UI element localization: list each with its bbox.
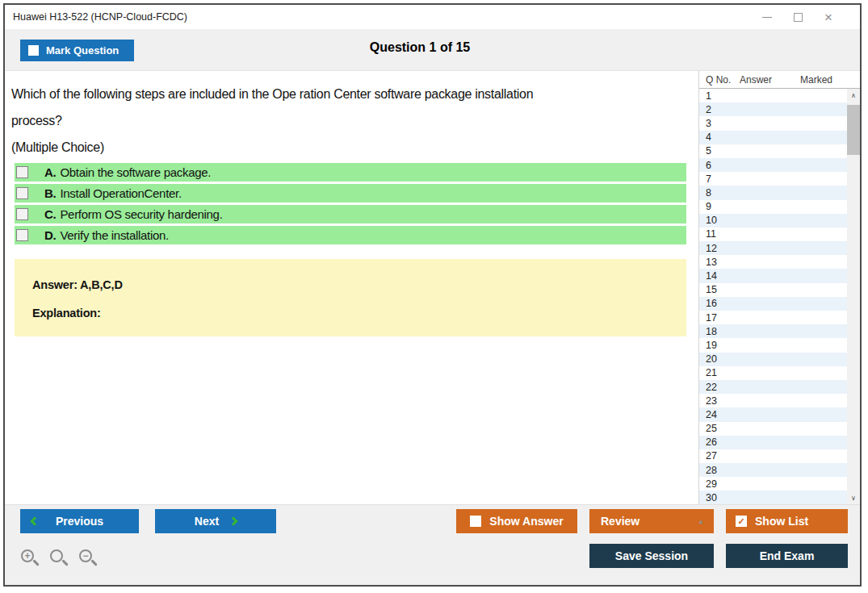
scroll-down-icon[interactable]: ∨ [847, 491, 860, 504]
question-number: 1 [699, 90, 740, 102]
question-list-row[interactable]: 25 [699, 422, 847, 436]
review-dropdown-button[interactable]: Review ▲ [589, 509, 714, 533]
zoom-out-icon[interactable]: − [78, 549, 100, 570]
question-number: 6 [699, 160, 740, 171]
question-list-header: Q No. Answer Marked [699, 71, 860, 89]
zoom-in-icon[interactable]: + [20, 549, 42, 570]
question-number: 11 [699, 228, 740, 240]
scrollbar-thumb[interactable] [847, 105, 860, 155]
question-list-row[interactable]: 22 [699, 380, 847, 394]
question-list-row[interactable]: 30 [699, 491, 847, 504]
question-list-scrollbar[interactable]: ∧ ∨ [847, 89, 860, 504]
question-list-row[interactable]: 11 [699, 228, 847, 241]
option-c-checkbox[interactable] [16, 208, 28, 220]
show-list-button[interactable]: ✓ Show List [726, 509, 848, 533]
question-list-row[interactable]: 23 [699, 394, 847, 407]
question-list-row[interactable]: 8 [699, 186, 847, 199]
question-list-row[interactable]: 9 [699, 200, 847, 214]
caret-up-icon: ▲ [698, 518, 704, 525]
question-list-row[interactable]: 20 [699, 353, 847, 366]
question-list-row[interactable]: 16 [699, 297, 847, 311]
save-session-button[interactable]: Save Session [589, 544, 714, 568]
chevron-right-icon [229, 516, 238, 525]
window-controls: × [752, 6, 860, 27]
option-d-checkbox[interactable] [16, 229, 28, 241]
question-line: (Multiple Choice) [11, 134, 698, 161]
question-counter: Question 1 of 15 [5, 40, 835, 55]
end-exam-button[interactable]: End Exam [726, 544, 848, 568]
next-button[interactable]: Next [155, 509, 276, 533]
minimize-button[interactable] [752, 6, 782, 27]
option-a-checkbox[interactable] [16, 166, 28, 178]
question-list-row[interactable]: 26 [699, 436, 847, 449]
question-number: 4 [699, 132, 740, 143]
question-number: 3 [699, 118, 740, 129]
show-answer-checkbox[interactable] [470, 516, 481, 527]
question-number: 15 [699, 284, 740, 295]
question-list-row[interactable]: 17 [699, 311, 847, 324]
question-list-row[interactable]: 27 [699, 449, 847, 463]
question-list-row[interactable]: 7 [699, 172, 847, 186]
question-list-row[interactable]: 15 [699, 283, 847, 297]
question-number: 26 [699, 436, 740, 448]
close-icon: × [824, 10, 832, 24]
review-label: Review [601, 515, 639, 528]
question-number: 2 [699, 104, 740, 115]
question-list-row[interactable]: 18 [699, 324, 847, 338]
question-list-row[interactable]: 12 [699, 241, 847, 255]
question-list-row[interactable]: 24 [699, 407, 847, 421]
question-number: 29 [699, 478, 740, 490]
question-list-panel: Q No. Answer Marked 1 2 [698, 71, 860, 504]
scroll-up-icon[interactable]: ∧ [847, 89, 860, 102]
save-session-label: Save Session [615, 549, 688, 562]
question-list-row[interactable]: 13 [699, 255, 847, 269]
maximize-icon [794, 13, 803, 22]
question-number: 9 [699, 201, 740, 212]
question-list-row[interactable]: 28 [699, 463, 847, 477]
show-answer-button[interactable]: Show Answer [456, 509, 577, 533]
question-list-row[interactable]: 29 [699, 477, 847, 491]
explanation-label: Explanation: [32, 307, 686, 319]
option-letter: D. [44, 228, 56, 242]
minimize-icon [762, 17, 772, 18]
option-letter: A. [44, 165, 56, 179]
zoom-tools: + − [20, 549, 100, 570]
question-list-row[interactable]: 1 [699, 89, 847, 102]
question-list-row[interactable]: 10 [699, 214, 847, 228]
question-list-row[interactable]: 21 [699, 366, 847, 380]
option-b-checkbox[interactable] [16, 187, 28, 199]
question-number: 10 [699, 215, 740, 226]
question-number: 23 [699, 395, 740, 407]
question-text: Which of the following steps are include… [5, 71, 698, 161]
question-list-row[interactable]: 5 [699, 144, 847, 158]
option-text: Install OperationCenter. [60, 186, 181, 200]
question-number: 17 [699, 312, 740, 324]
question-list-row[interactable]: 19 [699, 338, 847, 352]
question-number: 12 [699, 243, 740, 254]
maximize-button[interactable] [782, 6, 813, 27]
question-list-rows: 1 2 3 [699, 89, 847, 504]
close-button[interactable]: × [813, 6, 844, 27]
footer-bar: Previous Next Show Answer Review ▲ ✓ Sho… [5, 504, 860, 585]
answer-option-b[interactable]: B. Install OperationCenter. [15, 184, 686, 203]
answer-option-c[interactable]: C. Perform OS security hardening. [15, 205, 686, 223]
question-number: 20 [699, 353, 740, 365]
question-list-row[interactable]: 3 [699, 116, 847, 130]
answer-option-a[interactable]: A. Obtain the software package. [15, 163, 686, 182]
zoom-reset-icon[interactable] [49, 549, 71, 570]
question-list-row[interactable]: 14 [699, 269, 847, 282]
previous-button[interactable]: Previous [20, 509, 139, 533]
question-list-row[interactable]: 2 [699, 102, 847, 116]
question-list-row[interactable]: 6 [699, 158, 847, 172]
previous-label: Previous [56, 515, 103, 528]
column-marked: Marked [800, 74, 860, 86]
option-text: Perform OS security hardening. [60, 207, 222, 221]
question-list-row[interactable]: 4 [699, 131, 847, 144]
answer-option-d[interactable]: D. Verify the installation. [15, 226, 686, 244]
answer-explanation-box: Answer: A,B,C,D Explanation: [15, 259, 686, 336]
question-number: 16 [699, 298, 740, 309]
show-list-checkbox[interactable]: ✓ [736, 516, 747, 527]
header-strip: Mark Question Question 1 of 15 [5, 29, 860, 71]
chevron-left-icon [30, 516, 39, 525]
question-line: process? [11, 107, 698, 134]
